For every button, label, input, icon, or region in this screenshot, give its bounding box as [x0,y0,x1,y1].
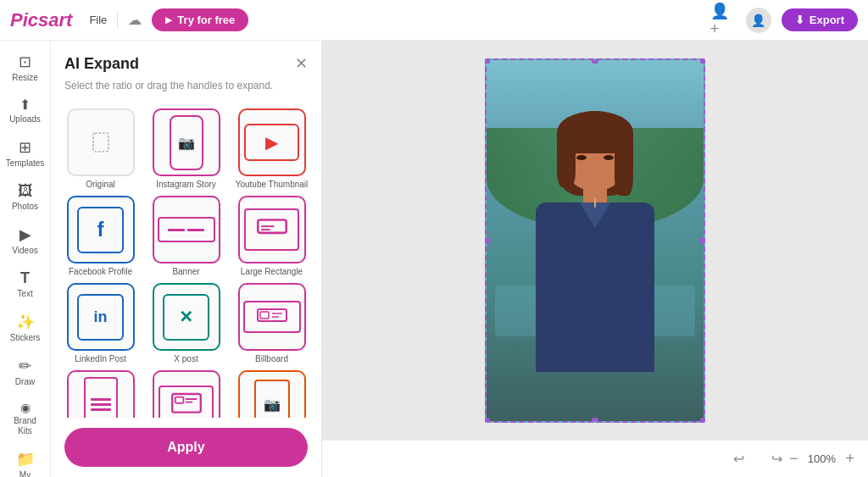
grid-item-name-original: Original [86,180,114,189]
sidebar-label-photos: Photos [12,202,38,212]
photos-icon: 🖼 [18,182,33,200]
sidebar-item-text[interactable]: T Text [3,264,47,304]
my-folders-icon: 📁 [16,450,35,469]
sidebar-item-brand-kits[interactable]: ◉ Brand Kits [3,396,47,441]
sidebar: ⊡ Resize ⬆ Uploads ⊞ Templates 🖼 Photos … [0,41,51,477]
handle-top-right[interactable] [700,58,705,64]
grid-item-billboard[interactable]: Billboard [232,283,311,363]
grid-item-name-facebook-profile: Facebook Profile [69,267,132,276]
grid-item-banner[interactable]: Banner [147,196,225,276]
panel-header: AI Expand ✕ [51,41,321,80]
canvas-image [485,58,705,423]
file-menu[interactable]: File [89,14,107,26]
sidebar-label-videos: Videos [12,246,37,256]
handle-right-middle[interactable] [700,237,705,244]
grid-item-name-youtube-thumbnail: Youtube Thumbnail [236,180,309,189]
grid-item-name-large-rectangle: Large Rectangle [241,267,303,276]
text-icon: T [20,269,30,287]
grid-item-name-banner: Banner [172,267,199,276]
redo-button[interactable]: ↪ [765,447,789,470]
templates-icon: ⊞ [19,138,31,157]
sidebar-item-my-folders[interactable]: 📁 My Folders [3,445,47,477]
sidebar-label-my-folders: My Folders [7,470,44,477]
linkedin-icon: in [94,308,108,326]
svg-rect-9 [175,397,183,403]
zoom-out-button[interactable]: − [789,450,798,468]
grid-item-linkedin-post[interactable]: in LinkedIn Post [61,283,140,363]
grid-item-name-instagram-story: Instagram Story [156,180,216,189]
sidebar-label-stickers: Stickers [10,333,41,343]
handle-left-middle[interactable] [485,237,490,244]
user-avatar[interactable]: 👤 [746,8,771,33]
canvas-area [322,41,868,440]
grid-item-original[interactable]: Original [61,108,140,189]
thumb-x-post: ✕ [153,283,220,351]
handle-bottom-right[interactable] [700,418,705,423]
x-icon: ✕ [179,307,193,327]
grid-item-large-rectangle[interactable]: Large Rectangle [232,196,311,276]
thumb-instagram-portrait: 📷 [238,370,306,418]
sidebar-item-photos[interactable]: 🖼 Photos [3,177,47,217]
ai-expand-panel: AI Expand ✕ Select the ratio or drag the… [51,41,322,477]
youtube-icon: ▶ [265,132,278,153]
svg-rect-0 [93,133,108,152]
main-content: ⊡ Resize ⬆ Uploads ⊞ Templates 🖼 Photos … [0,41,868,477]
grid-item-instagram-story[interactable]: 📷 Instagram Story [147,108,225,189]
handle-bottom-left[interactable] [485,418,490,423]
sidebar-label-draw: Draw [15,377,35,387]
sidebar-item-videos[interactable]: ▶ Videos [3,220,47,261]
export-button[interactable]: ⬇ Export [782,8,858,31]
uploads-icon: ⬆ [19,97,31,113]
sidebar-label-text: Text [17,289,32,299]
grid-item-facebook-profile[interactable]: f Facebook Profile [61,196,140,276]
resize-icon: ⊡ [19,53,31,71]
zoom-in-button[interactable]: + [845,450,854,468]
handle-top-middle[interactable] [592,58,598,64]
canvas-image-inner [487,60,704,421]
thumb-large-rectangle [238,196,306,263]
zoom-controls: − 100% + [789,450,854,468]
toolbar-center: ↩ ↪ [726,447,789,470]
add-user-icon[interactable]: 👤+ [710,8,736,33]
apply-button[interactable]: Apply [64,428,308,467]
sidebar-item-resize[interactable]: ⊡ Resize [3,47,47,88]
grid-item-instagram-portrait[interactable]: 📷 Instagram Portrait [232,370,311,418]
thumb-original [67,108,135,176]
grid-item-name-billboard: Billboard [255,354,288,363]
grid-item-name-x-post: X post [174,354,198,363]
thumb-facebook-profile: f [67,196,135,263]
grid-item-youtube-thumbnail[interactable]: ▶ Youtube Thumbnail [232,108,311,189]
sidebar-item-draw[interactable]: ✏ Draw [3,352,47,392]
handle-bottom-middle[interactable] [592,418,598,423]
brand-kits-icon: ◉ [20,401,31,414]
handle-top-left[interactable] [485,58,490,64]
thumb-instagram-story: 📷 [153,108,220,176]
try-free-button[interactable]: Try for free [152,8,248,31]
thumb-mobile-banner [67,370,135,418]
sidebar-item-uploads[interactable]: ⬆ Uploads [3,92,47,130]
sidebar-label-resize: Resize [12,73,38,83]
sidebar-item-templates[interactable]: ⊞ Templates [3,133,47,174]
logo: Picsart [10,9,72,31]
header-right: 👤+ 👤 ⬇ Export [710,8,858,33]
bottom-toolbar: ↩ ↪ − 100% + [322,440,868,477]
grid-item-x-post[interactable]: ✕ X post [147,283,225,363]
panel-close-button[interactable]: ✕ [295,54,308,73]
sidebar-label-brand-kits: Brand Kits [7,416,44,436]
thumb-billboard [238,283,306,351]
draw-icon: ✏ [19,357,31,375]
svg-rect-5 [260,312,269,319]
stickers-icon: ✨ [16,313,35,331]
sidebar-label-templates: Templates [6,158,45,169]
sidebar-item-stickers[interactable]: ✨ Stickers [3,308,47,348]
grid-item-mobile-banner[interactable]: Mobile Banner [61,370,140,418]
zoom-level-display: 100% [804,452,838,465]
thumb-banner [153,196,220,263]
cloud-icon[interactable]: ☁ [128,12,142,28]
header: Picsart File ☁ Try for free 👤+ 👤 ⬇ Expor… [0,0,868,41]
header-divider [117,12,118,29]
panel-title: AI Expand [64,55,139,73]
undo-button[interactable]: ↩ [726,447,751,470]
grid-item-desktop-wallpaper[interactable]: Desktop Wallpaper [147,370,225,418]
format-grid: Original 📷 Instagram Story [51,102,321,418]
